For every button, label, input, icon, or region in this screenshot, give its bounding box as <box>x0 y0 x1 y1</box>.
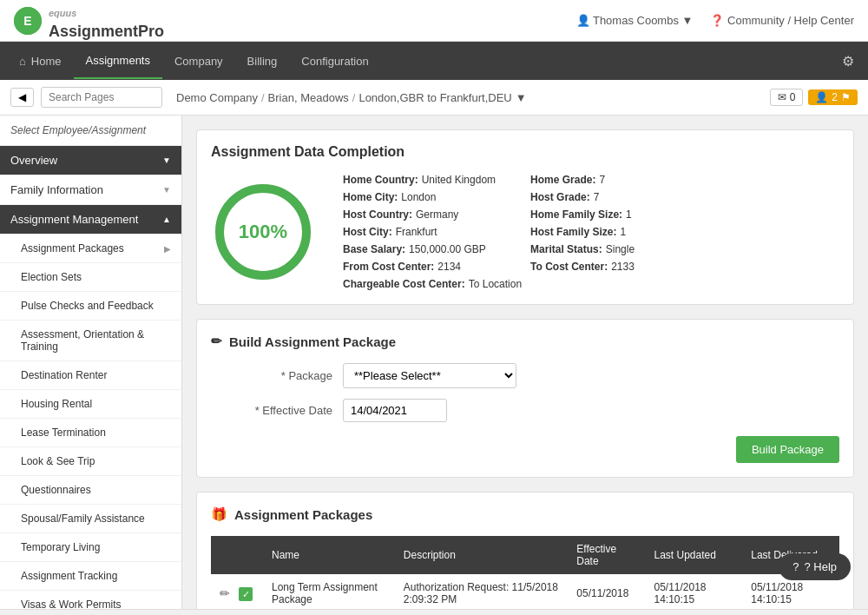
field-home-country: Home Country: United Kingdom <box>343 174 496 186</box>
nav-configuration[interactable]: Configuration <box>289 44 380 78</box>
chevron-up-icon: ▲ <box>162 215 171 224</box>
breadcrumb-sep2: / <box>352 91 356 104</box>
home-icon: ⌂ <box>19 55 26 68</box>
gift-icon: 🎁 <box>211 506 227 522</box>
breadcrumb: Demo Company / Brian, Meadows / London,G… <box>176 91 527 104</box>
row-description: Authorization Request: 11/5/2018 2:09:32… <box>395 574 568 609</box>
table-row: ✏ ✓ Long Term Assignment Package Authori… <box>211 574 839 609</box>
package-label: * Package <box>211 369 332 382</box>
search-input[interactable] <box>41 87 162 108</box>
breadcrumb-employee[interactable]: Brian, Meadows <box>268 91 349 104</box>
sidebar-item-destination-renter[interactable]: Destination Renter <box>0 361 181 390</box>
nav-home[interactable]: ⌂ Home <box>7 44 74 78</box>
col-description: Description <box>395 536 568 574</box>
sidebar-item-overview[interactable]: Overview ▼ <box>0 146 181 175</box>
sidebar-item-temporary-living[interactable]: Temporary Living <box>0 533 181 562</box>
main-nav: ⌂ Home Assignments Company Billing Confi… <box>0 42 868 80</box>
field-from-cost-center: From Cost Center: 2134 <box>343 261 496 273</box>
edit-icon[interactable]: ✏ <box>220 586 230 600</box>
package-select[interactable]: **Please Select** Long Term Assignment P… <box>343 363 516 388</box>
packages-table: Name Description Effective Date Last Upd… <box>211 536 839 609</box>
help-icon: ? <box>792 560 799 573</box>
chevron-down-icon: ▼ <box>162 185 171 195</box>
alert-badge[interactable]: 👤 2 ⚑ <box>808 89 858 105</box>
sidebar-item-election-sets[interactable]: Election Sets <box>0 263 181 292</box>
table-header-row: Name Description Effective Date Last Upd… <box>211 536 839 574</box>
field-host-country: Host Country: Germany <box>343 208 496 221</box>
breadcrumb-actions: ✉ 0 👤 2 ⚑ <box>770 89 858 106</box>
completion-card-inner: 100% Home Country: United Kingdom Home G… <box>211 174 839 290</box>
logo-icon: E <box>14 7 42 35</box>
sidebar-item-lease-termination[interactable]: Lease Termination <box>0 419 181 447</box>
svg-text:E: E <box>23 14 31 28</box>
flag-icon: ⚑ <box>841 91 851 103</box>
mail-badge[interactable]: ✉ 0 <box>770 89 804 106</box>
field-host-grade: Host Grade: 7 <box>530 191 683 203</box>
build-package-card: ✏ Build Assignment Package * Package **P… <box>196 319 854 478</box>
mail-icon: ✉ <box>778 91 786 103</box>
breadcrumb-assignment[interactable]: London,GBR to Frankfurt,DEU ▼ <box>358 91 526 104</box>
packages-section-card: 🎁 Assignment Packages Name Description E… <box>196 492 854 609</box>
top-header: E equus AssignmentPro 👤 Thomas Coombs ▼ … <box>0 0 868 42</box>
sidebar-item-visas-work-permits[interactable]: Visas & Work Permits <box>0 591 181 609</box>
breadcrumb-sep1: / <box>261 91 265 104</box>
pencil-icon: ✏ <box>211 334 222 349</box>
sidebar-item-family-information[interactable]: Family Information ▼ <box>0 175 181 205</box>
sidebar-item-assignment-packages[interactable]: Assignment Packages ▶ <box>0 235 181 263</box>
nav-assignments[interactable]: Assignments <box>74 43 162 79</box>
field-chargeable-cost-center: Chargeable Cost Center: To Location <box>343 278 683 290</box>
row-actions: ✏ ✓ <box>211 574 263 609</box>
effective-date-label: * Effective Date <box>211 404 332 417</box>
help-button[interactable]: ? ? Help <box>779 553 851 580</box>
col-last-updated: Last Updated <box>645 536 742 574</box>
col-effective-date: Effective Date <box>568 536 645 574</box>
logo-area: E equus AssignmentPro <box>14 1 164 41</box>
row-effective-date: 05/11/2018 <box>568 574 645 609</box>
field-home-grade: Home Grade: 7 <box>530 174 683 186</box>
sidebar-item-spousal-family[interactable]: Spousal/Family Assistance <box>0 505 181 533</box>
check-icon[interactable]: ✓ <box>239 587 253 601</box>
sidebar-item-look-see-trip[interactable]: Look & See Trip <box>0 447 181 476</box>
completion-percentage: 100% <box>239 221 287 243</box>
sidebar-item-questionnaires[interactable]: Questionnaires <box>0 476 181 505</box>
sidebar-item-housing-rental[interactable]: Housing Rental <box>0 390 181 419</box>
package-row: * Package **Please Select** Long Term As… <box>211 363 839 388</box>
chevron-right-icon: ▶ <box>164 244 171 254</box>
breadcrumb-company[interactable]: Demo Company <box>176 91 258 104</box>
alert-icon: 👤 <box>815 91 828 103</box>
sidebar-item-assignment-tracking[interactable]: Assignment Tracking <box>0 562 181 591</box>
col-name: Name <box>263 536 395 574</box>
user-menu[interactable]: 👤 Thomas Coombs ▼ <box>576 14 694 27</box>
field-home-family-size: Home Family Size: 1 <box>530 208 683 221</box>
row-name: Long Term Assignment Package <box>263 574 395 609</box>
field-home-city: Home City: London <box>343 191 496 203</box>
back-button[interactable]: ◀ <box>10 88 34 107</box>
sidebar-item-assignment-management[interactable]: Assignment Management ▲ <box>0 205 181 235</box>
sidebar-header: Select Employee/Assignment <box>0 116 181 146</box>
sidebar-item-pulse-checks[interactable]: Pulse Checks and Feedback <box>0 292 181 321</box>
field-host-city: Host City: Frankfurt <box>343 226 496 238</box>
completion-title: Assignment Data Completion <box>211 144 839 160</box>
help-center-link[interactable]: ❓ Community / Help Center <box>710 14 854 27</box>
completion-data-grid: Home Country: United Kingdom Home Grade:… <box>343 174 683 290</box>
row-last-updated: 05/11/2018 14:10:15 <box>645 574 742 609</box>
col-actions <box>211 536 263 574</box>
build-package-button[interactable]: Build Package <box>736 436 839 463</box>
completion-card: Assignment Data Completion 100% Home Cou… <box>196 129 854 305</box>
main-layout: Select Employee/Assignment Overview ▼ Fa… <box>0 116 868 609</box>
app-name: equus AssignmentPro <box>49 1 164 41</box>
packages-section-title: 🎁 Assignment Packages <box>211 506 839 522</box>
settings-icon[interactable]: ⚙ <box>835 46 861 76</box>
field-to-cost-center: To Cost Center: 2133 <box>530 261 683 273</box>
chevron-down-icon: ▼ <box>162 155 171 165</box>
nav-company[interactable]: Company <box>162 44 235 78</box>
header-right: 👤 Thomas Coombs ▼ ❓ Community / Help Cen… <box>576 14 854 27</box>
content-area: Assignment Data Completion 100% Home Cou… <box>182 116 868 609</box>
field-marital-status: Marital Status: Single <box>530 243 683 255</box>
sidebar-item-assessment-orientation[interactable]: Assessment, Orientation & Training <box>0 321 181 361</box>
donut-chart: 100% <box>211 180 315 284</box>
nav-billing[interactable]: Billing <box>235 44 290 78</box>
effective-date-row: * Effective Date <box>211 399 839 422</box>
dropdown-arrow-icon: ▼ <box>516 91 527 104</box>
effective-date-input[interactable] <box>343 399 447 422</box>
